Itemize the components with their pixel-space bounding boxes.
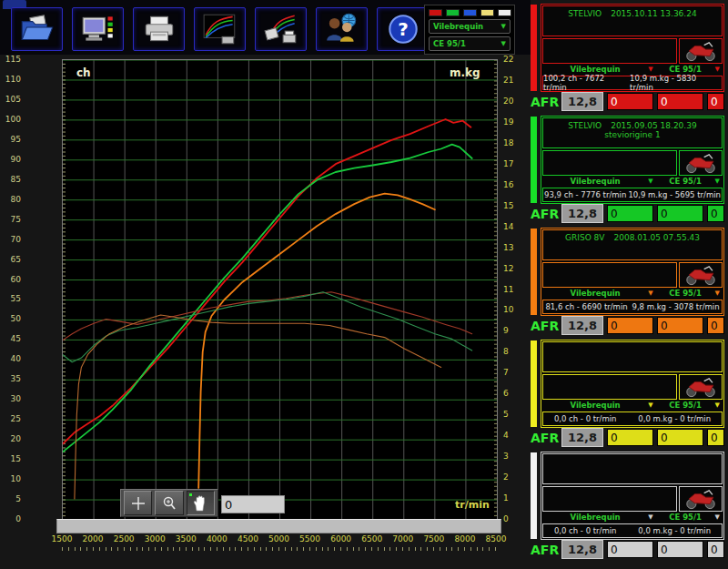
peak-torque: 0,0 m.kg - 0 tr/min [638, 526, 711, 535]
users-button[interactable] [316, 7, 368, 51]
dyno-chart-plot[interactable] [62, 59, 498, 521]
channel-value-3[interactable]: 0 [707, 205, 724, 222]
channel-value-1[interactable]: 0 [607, 317, 653, 334]
channel-value-1[interactable]: 0 [607, 541, 653, 558]
chevron-down-icon[interactable]: ▼ [648, 290, 655, 297]
fuel-dropdown[interactable]: CE 95/1 ▼ [429, 36, 511, 51]
x-tick-label: 4000 [200, 534, 233, 544]
run-info-box: STELVIO2015.09.05 18.20.39steviorigine 1… [541, 116, 724, 204]
open-folder-button[interactable] [11, 7, 63, 51]
afr-row: AFR12,8000 [531, 428, 724, 447]
chevron-down-icon[interactable]: ▼ [715, 401, 723, 409]
chevron-down-icon[interactable]: ▼ [715, 66, 723, 73]
horizontal-scrollbar[interactable] [56, 519, 501, 533]
chevron-down-icon[interactable]: ▼ [715, 178, 723, 185]
channel-value-2[interactable]: 0 [657, 205, 703, 222]
vehicle-dropdown-label[interactable]: Vilebrequin [542, 177, 648, 186]
vehicle-dropdown-label[interactable]: Vilebrequin [542, 401, 648, 410]
y-right-tick-label: 6 [503, 389, 509, 398]
fuel-dropdown-label[interactable]: CE 95/1 [656, 65, 715, 74]
graph-print-button[interactable] [255, 7, 307, 51]
channel-value-3[interactable]: 0 [707, 93, 724, 110]
y-left-tick-label: 15 [0, 454, 21, 463]
run-dropdown-row: Vilebrequin▼CE 95/1▼ [542, 288, 723, 299]
chevron-down-icon: ▼ [501, 23, 506, 30]
legend-swatch-3 [480, 9, 494, 16]
run-panel-1: STELVIO2015.10.11 13.36.24Vilebrequin▼CE… [531, 4, 724, 111]
afr-value[interactable]: 12,8 [561, 92, 603, 111]
run-dropdown-row: Vilebrequin▼CE 95/1▼ [542, 512, 723, 523]
hand-icon [191, 494, 209, 513]
afr-value[interactable]: 12,8 [561, 540, 603, 559]
run-color-bar [531, 229, 537, 315]
help-button[interactable]: ? [377, 7, 429, 51]
channel-value-1[interactable]: 0 [607, 429, 653, 446]
run-peak-stats: 81,6 ch - 6690 tr/min9,8 m.kg - 3078 tr/… [542, 300, 723, 314]
chevron-down-icon[interactable]: ▼ [715, 290, 723, 297]
y-right-tick-label: 8 [503, 347, 509, 356]
dyno-curves [63, 60, 497, 520]
afr-value[interactable]: 12,8 [561, 316, 603, 335]
y-left-tick-label: 0 [0, 514, 21, 523]
zoom-tool-button[interactable] [155, 491, 183, 515]
chevron-down-icon[interactable]: ▼ [648, 66, 655, 73]
y-left-tick-label: 25 [0, 414, 21, 423]
channel-value-3[interactable]: 0 [707, 317, 724, 334]
vehicle-thumbnail[interactable] [679, 150, 723, 176]
afr-label: AFR [531, 431, 558, 445]
vehicle-thumbnail[interactable] [679, 374, 723, 400]
channel-value-3[interactable]: 0 [707, 541, 724, 558]
vehicle-thumbnail[interactable] [679, 38, 723, 64]
run-panel-2: STELVIO2015.09.05 18.20.39steviorigine 1… [531, 116, 724, 223]
vehicle-dropdown[interactable]: Vilebrequin ▼ [429, 19, 511, 34]
print-button[interactable] [133, 7, 185, 51]
channel-value-2[interactable]: 0 [657, 93, 703, 110]
run-peak-stats: 100,2 ch - 7672 tr/min10,9 m.kg - 5830 t… [542, 76, 723, 90]
dyno-app-window: ? Vilebrequin ▼ CE 95/1 ▼ ch m.kg tr/min [0, 0, 728, 569]
run-notes-box[interactable] [542, 262, 677, 288]
chevron-down-icon[interactable]: ▼ [648, 513, 655, 521]
run-peak-stats: 0,0 ch - 0 tr/min0,0 m.kg - 0 tr/min [542, 523, 723, 538]
chevron-down-icon[interactable]: ▼ [648, 178, 655, 185]
run-notes-box[interactable] [542, 150, 677, 176]
channel-value-1[interactable]: 0 [607, 205, 653, 222]
pan-tool-button[interactable] [187, 491, 215, 515]
fuel-dropdown-label[interactable]: CE 95/1 [656, 401, 715, 410]
y-left-tick-label: 110 [0, 75, 21, 84]
channel-value-2[interactable]: 0 [657, 541, 703, 558]
cursor-value-input[interactable] [221, 495, 285, 513]
vehicle-thumbnail[interactable] [679, 262, 723, 288]
vehicle-dropdown-label[interactable]: Vilebrequin [542, 513, 648, 522]
run-notes-box[interactable] [542, 374, 677, 400]
runs-sidebar: STELVIO2015.10.11 13.36.24Vilebrequin▼CE… [531, 4, 724, 559]
vehicle-thumbnail[interactable] [679, 486, 723, 512]
y-right-tick-label: 7 [503, 368, 509, 377]
crosshair-tool-button[interactable] [124, 491, 152, 515]
channel-value-2[interactable]: 0 [657, 317, 703, 334]
vehicle-dropdown-label[interactable]: Vilebrequin [542, 65, 648, 74]
y-left-tick-label: 60 [0, 275, 21, 284]
channel-value-2[interactable]: 0 [657, 429, 703, 446]
afr-value[interactable]: 12,8 [561, 428, 603, 447]
afr-value[interactable]: 12,8 [561, 204, 603, 223]
run-notes-box[interactable] [542, 486, 677, 512]
y-left-tick-label: 5 [0, 494, 21, 503]
fuel-dropdown-label[interactable]: CE 95/1 [656, 289, 715, 298]
run-notes-box[interactable] [542, 38, 677, 64]
channel-value-1[interactable]: 0 [607, 93, 653, 110]
vehicle-dropdown-label[interactable]: Vilebrequin [542, 289, 648, 298]
legend-swatch-1 [446, 9, 460, 16]
channel-value-3[interactable]: 0 [707, 429, 724, 446]
peak-torque: 10,9 m.kg - 5830 tr/min [630, 74, 722, 92]
run-panel-5: Vilebrequin▼CE 95/1▼0,0 ch - 0 tr/min0,0… [531, 452, 724, 559]
graph-view-button[interactable] [194, 7, 246, 51]
y-right-tick-label: 22 [503, 55, 513, 64]
chevron-down-icon[interactable]: ▼ [648, 401, 655, 409]
fuel-dropdown-label[interactable]: CE 95/1 [656, 513, 715, 522]
x-tick-label: 5500 [294, 534, 327, 544]
afr-row: AFR12,8000 [531, 92, 724, 111]
run-datetime: 2008.01.05 07.55.43 [613, 233, 699, 242]
print-setup-button[interactable] [72, 7, 124, 51]
fuel-dropdown-label[interactable]: CE 95/1 [656, 177, 715, 186]
chevron-down-icon[interactable]: ▼ [715, 513, 723, 521]
